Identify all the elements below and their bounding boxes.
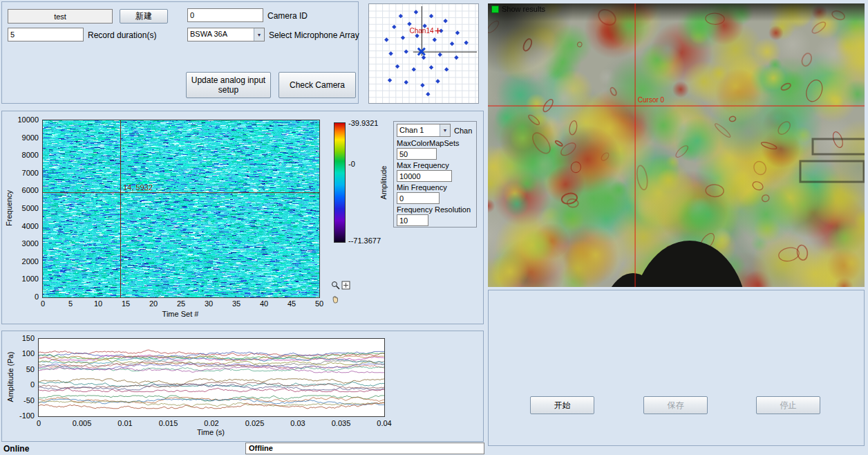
axis-tick-label: 30 — [205, 299, 213, 308]
axis-tick-label: 0.005 — [73, 419, 92, 427]
chevron-down-icon: ▼ — [440, 124, 450, 136]
axis-tick-label: 20 — [149, 299, 158, 308]
time-set-axis-label: Time Set # — [162, 310, 199, 318]
axis-tick-label: 35 — [232, 299, 240, 308]
axis-tick-label: 3000 — [22, 239, 39, 248]
min-frequency-label: Min Frequency — [397, 183, 473, 192]
max-frequency-input[interactable] — [397, 170, 452, 182]
axis-tick-label: 0.02 — [204, 419, 218, 427]
axis-tick-label: 25 — [177, 299, 185, 308]
axis-tick-label: 150 — [22, 334, 35, 342]
axis-tick-label: -50 — [23, 396, 35, 405]
offline-status-field: Offline — [245, 443, 484, 454]
axis-tick-label: 0 — [37, 419, 41, 427]
axis-tick-label: 0.01 — [117, 419, 132, 427]
axis-tick-label: -100 — [19, 411, 35, 420]
spectrogram-panel: Frequency Time Set # -39.9321 -0 --71.36… — [1, 111, 484, 324]
camera-id-label: Camera ID — [267, 11, 308, 21]
axis-tick-label: 0 — [35, 292, 39, 301]
frequency-resolution-input[interactable] — [397, 214, 428, 226]
mic-array-selected-value: BSWA 36A — [188, 28, 254, 41]
max-colormap-label: MaxColorMapSets — [397, 139, 473, 147]
check-camera-button[interactable]: Check Camera — [279, 72, 356, 98]
axis-tick-label: 0.03 — [290, 419, 305, 427]
axis-tick-label: 2000 — [22, 257, 39, 266]
axis-tick-label: 9000 — [22, 133, 39, 142]
app-root: 新建 Camera ID Record duration(s) BSWA 36A… — [0, 0, 868, 455]
graph-tool-palette — [331, 281, 353, 307]
chan-label: Chan — [454, 127, 472, 135]
frequency-axis-label: Frequency — [5, 190, 13, 226]
axis-tick-label: 0.025 — [245, 419, 265, 427]
max-frequency-label: Max Frequency — [397, 161, 473, 169]
mic-array-geometry-panel — [368, 3, 479, 104]
axis-tick-label: 15 — [122, 299, 130, 308]
max-colormap-input[interactable] — [397, 148, 437, 160]
acoustic-camera-view[interactable] — [488, 3, 865, 287]
axis-tick-label: 0 — [30, 380, 35, 389]
chevron-down-icon: ▼ — [254, 28, 264, 41]
mic-array-label: Select Microphone Array — [269, 30, 359, 40]
zoom-magnifier-icon[interactable] — [331, 281, 341, 290]
online-status-label: Online — [3, 444, 29, 454]
axis-tick-label: 0.04 — [377, 419, 391, 427]
amplitude-colorbar — [334, 122, 346, 243]
axis-tick-label: 8000 — [22, 151, 39, 159]
axis-tick-label: 45 — [287, 299, 296, 308]
action-panel: 开始 保存 停止 — [488, 290, 865, 446]
waveform-plot[interactable] — [38, 338, 385, 417]
analysis-controls-panel: Chan 1 ▼ Chan MaxColorMapSets Max Freque… — [393, 121, 477, 228]
mic-array-plot[interactable] — [369, 4, 478, 103]
channel-select[interactable]: Chan 1 ▼ — [397, 124, 451, 137]
axis-tick-label: 50 — [26, 365, 35, 373]
start-button[interactable]: 开始 — [530, 396, 594, 414]
camera-id-input[interactable] — [187, 8, 263, 22]
frequency-resolution-label: Frequency Resolution — [397, 205, 473, 214]
show-results-checkbox[interactable]: Show results — [491, 5, 545, 13]
update-analog-input-button[interactable]: Update analog input setup — [186, 72, 271, 98]
session-name-input[interactable] — [8, 9, 113, 24]
axis-tick-label: 1000 — [22, 275, 39, 283]
axis-tick-label: 0.035 — [332, 419, 351, 427]
axis-tick-label: 10000 — [17, 115, 39, 124]
mic-array-select[interactable]: BSWA 36A ▼ — [187, 28, 265, 41]
show-results-label: Show results — [502, 5, 545, 13]
pan-hand-icon[interactable] — [331, 295, 341, 304]
save-button[interactable]: 保存 — [643, 396, 708, 414]
colorbar-max-label: -39.9321 — [348, 119, 378, 127]
config-panel: 新建 Camera ID Record duration(s) BSWA 36A… — [1, 1, 359, 104]
checkbox-icon — [491, 6, 499, 13]
axis-tick-label: 5 — [68, 299, 73, 308]
zoom-select-icon[interactable] — [341, 281, 351, 290]
min-frequency-input[interactable] — [397, 192, 440, 204]
record-duration-label: Record duration(s) — [88, 30, 156, 40]
waveform-panel: Amplitude (Pa) Time (s) 150100500-50-100… — [1, 331, 484, 442]
amplitude-pa-axis-label: Amplitude (Pa) — [6, 352, 15, 402]
stop-button[interactable]: 停止 — [756, 396, 820, 414]
axis-tick-label: 5000 — [22, 204, 39, 212]
new-button[interactable]: 新建 — [120, 9, 168, 24]
axis-tick-label: 100 — [22, 349, 35, 358]
axis-tick-label: 0.015 — [159, 419, 178, 427]
channel-selected-value: Chan 1 — [397, 124, 440, 136]
axis-tick-label: 50 — [315, 299, 323, 308]
amplitude-axis-label: Amplitude — [379, 166, 388, 200]
time-axis-label: Time (s) — [197, 428, 225, 436]
record-duration-input[interactable] — [8, 28, 84, 41]
axis-tick-label: 0 — [41, 299, 45, 308]
axis-tick-label: 7000 — [22, 169, 39, 177]
colorbar-mid-label: -0 — [348, 160, 355, 168]
colorbar-min-label: --71.3677 — [348, 236, 381, 245]
spectrogram-plot[interactable] — [42, 120, 320, 298]
axis-tick-label: 40 — [260, 299, 268, 308]
axis-tick-label: 10 — [94, 299, 102, 308]
axis-tick-label: 4000 — [22, 222, 39, 230]
axis-tick-label: 6000 — [22, 186, 39, 194]
